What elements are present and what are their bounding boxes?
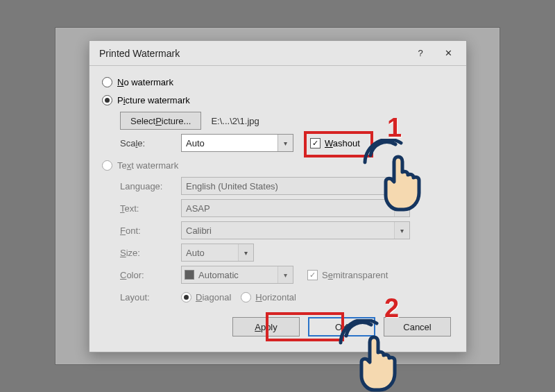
color-label: Color: <box>120 270 181 280</box>
language-label: Language: <box>120 181 181 191</box>
help-icon: ? <box>418 48 422 58</box>
radio-icon <box>241 292 251 302</box>
radio-icon <box>102 160 112 171</box>
layout-label: Layout: <box>120 292 181 302</box>
text-label: Text: <box>120 203 181 214</box>
radio-icon <box>102 77 112 87</box>
chevron-down-icon: ▾ <box>278 266 293 283</box>
font-label: Font: <box>120 225 181 236</box>
color-swatch <box>185 270 194 280</box>
semitransparent-label: Semitransparent <box>322 270 388 280</box>
washout-checkbox[interactable]: ✓ <box>310 138 321 148</box>
pointer-hand-icon <box>361 139 437 215</box>
dialog-title: Printed Watermark <box>99 48 407 59</box>
scale-combo[interactable]: Auto ▾ <box>181 134 293 152</box>
picture-watermark-label: cture watermark <box>126 95 190 105</box>
picture-path: E:\...\2\1.jpg <box>211 116 259 126</box>
semitransparent-checkbox: ✓ <box>307 270 318 280</box>
washout-label: Washout <box>325 138 360 148</box>
size-label: Size: <box>120 248 181 258</box>
size-combo: Auto ▾ <box>181 244 254 262</box>
font-combo: Calibri ▾ <box>181 221 410 239</box>
select-picture-button[interactable]: Select Picture... <box>120 112 201 130</box>
scale-label: Scale: <box>120 138 181 148</box>
no-watermark-label: o watermark <box>123 77 173 87</box>
layout-diagonal-option: Diagonal <box>181 292 231 302</box>
color-combo: Automatic ▾ <box>181 266 293 284</box>
title-bar: Printed Watermark ? ✕ <box>89 41 466 66</box>
no-watermark-option[interactable]: No watermark <box>102 73 454 91</box>
close-icon: ✕ <box>445 48 452 58</box>
layout-horizontal-option: Horizontal <box>241 292 296 302</box>
help-button[interactable]: ? <box>407 43 434 64</box>
chevron-down-icon: ▾ <box>394 222 409 239</box>
radio-icon <box>102 95 112 105</box>
chevron-down-icon: ▾ <box>238 244 253 261</box>
text-watermark-label: t watermark <box>131 160 178 171</box>
radio-icon <box>181 292 191 302</box>
chevron-down-icon: ▾ <box>278 135 293 151</box>
picture-watermark-option[interactable]: Picture watermark <box>102 91 454 109</box>
apply-button[interactable]: Apply <box>232 317 300 336</box>
close-button[interactable]: ✕ <box>434 43 462 64</box>
pointer-hand-icon <box>336 319 413 392</box>
